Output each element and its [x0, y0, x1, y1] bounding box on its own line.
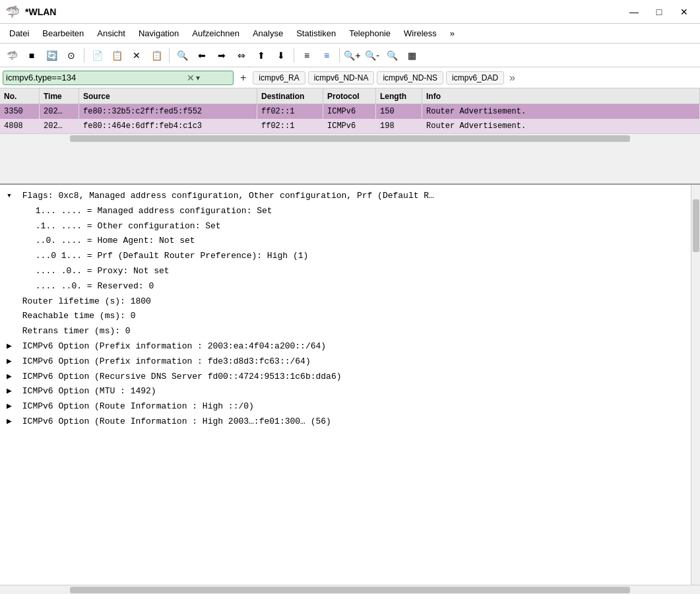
toolbar-options-button[interactable]: ⊙ — [62, 46, 80, 65]
filter-input-wrap[interactable]: ✕ ▾ — [3, 71, 234, 85]
toolbar-columns-button[interactable]: ▦ — [402, 46, 421, 65]
detail-route2-row[interactable]: ▶ ICMPv6 Option (Route Information : Hig… — [7, 414, 684, 429]
toolbar-find-button[interactable]: 🔍 — [173, 46, 191, 65]
col-header-source: Source — [79, 88, 257, 104]
menu-analyse[interactable]: Analyse — [246, 26, 290, 41]
toolbar-save-button[interactable]: 📋 — [108, 46, 126, 65]
detail-section: ▾ Flags: 0xc8, Managed address configura… — [0, 183, 700, 594]
filter-dropdown-icon[interactable]: ▾ — [196, 73, 200, 82]
no-expand-icon — [20, 220, 30, 234]
app-logo: 🦈 — [5, 5, 20, 19]
packet-no: 4808 — [0, 119, 40, 133]
detail-pane[interactable]: ▾ Flags: 0xc8, Managed address configura… — [0, 185, 691, 585]
detail-inner: ▾ Flags: 0xc8, Managed address configura… — [0, 185, 700, 585]
toolbar-separator-2 — [169, 48, 170, 63]
detail-prf-text: ...0 1... = Prf (Default Router Preferen… — [36, 251, 308, 261]
toolbar-zoomout-button[interactable]: 🔍- — [363, 46, 381, 65]
packet-proto: ICMPv6 — [323, 104, 376, 119]
toolbar-back-button[interactable]: ⬅ — [193, 46, 211, 65]
toolbar-copy-button[interactable]: 📋 — [147, 46, 166, 65]
toolbar-zoomreset-button[interactable]: 🔍 — [383, 46, 401, 65]
filter-input[interactable] — [6, 73, 184, 82]
detail-route2-text: ICMPv6 Option (Route Information : High … — [22, 416, 331, 426]
detail-hscrollbar[interactable] — [0, 585, 700, 594]
no-expand-icon — [7, 325, 17, 339]
toolbar-close-button[interactable]: ✕ — [127, 46, 146, 65]
toolbar-shark-button[interactable]: 🦈 — [3, 46, 21, 65]
toolbar-goto-button[interactable]: ⇔ — [232, 46, 251, 65]
menu-more[interactable]: » — [443, 26, 461, 41]
detail-routerlifetime-row: Router lifetime (s): 1800 — [7, 294, 684, 310]
detail-mtu-text: ICMPv6 Option (MTU : 1492) — [22, 386, 156, 396]
toolbar-autoscroll-button[interactable]: ≡ — [317, 46, 336, 65]
toolbar-first-button[interactable]: ⬆ — [252, 46, 270, 65]
main-area: No. Time Source Destination Protocol Len… — [0, 88, 700, 594]
packet-row-4808[interactable]: 4808 202… fe80::464e:6dff:feb4:c1c3 ff02… — [0, 119, 700, 133]
expand-arrow-icon: ▶ — [7, 400, 17, 414]
no-expand-icon — [20, 249, 30, 263]
no-expand-icon — [20, 234, 30, 248]
menu-bearbeiten[interactable]: Bearbeiten — [36, 26, 90, 41]
packet-row-3350[interactable]: 3350 202… fe80::32b5:c2ff:fed5:f552 ff02… — [0, 104, 700, 119]
detail-hscroll-thumb[interactable] — [70, 587, 630, 593]
filter-tag-dad[interactable]: icmpv6_DAD — [446, 71, 504, 84]
detail-vscrollbar[interactable] — [691, 185, 700, 585]
detail-flags-row[interactable]: ▾ Flags: 0xc8, Managed address configura… — [7, 189, 684, 204]
menu-navigation[interactable]: Navigation — [132, 26, 185, 41]
menu-datei[interactable]: Datei — [3, 26, 36, 41]
menu-ansicht[interactable]: Ansicht — [90, 26, 132, 41]
col-header-time: Time — [40, 88, 79, 104]
toolbar-open-button[interactable]: 📄 — [88, 46, 106, 65]
toolbar-restart-button[interactable]: 🔄 — [42, 46, 61, 65]
detail-reserved-row: .... ..0. = Reserved: 0 — [7, 279, 684, 294]
toolbar: 🦈 ■ 🔄 ⊙ 📄 📋 ✕ 📋 🔍 ⬅ ➡ ⇔ ⬆ ⬇ ≡ ≡ 🔍+ 🔍- 🔍 … — [0, 44, 700, 67]
no-expand-icon — [20, 205, 30, 218]
detail-prefix1-row[interactable]: ▶ ICMPv6 Option (Prefix information : 20… — [7, 339, 684, 354]
detail-managed-row: 1... .... = Managed address configuratio… — [7, 204, 684, 219]
packet-len: 198 — [376, 119, 422, 133]
toolbar-separator-4 — [339, 48, 340, 63]
detail-prefix2-row[interactable]: ▶ ICMPv6 Option (Prefix information : fd… — [7, 354, 684, 370]
packet-hscroll-thumb[interactable] — [70, 135, 630, 142]
detail-proxy-text: .... .0.. = Proxy: Not set — [36, 266, 170, 276]
toolbar-zoomin-button[interactable]: 🔍+ — [343, 46, 362, 65]
toolbar-last-button[interactable]: ⬇ — [272, 46, 290, 65]
detail-reachabletime-text: Reachable time (ms): 0 — [22, 311, 136, 321]
detail-dns-row[interactable]: ▶ ICMPv6 Option (Recursive DNS Server fd… — [7, 370, 684, 385]
detail-prf-row: ...0 1... = Prf (Default Router Preferen… — [7, 249, 684, 264]
menu-aufzeichnen[interactable]: Aufzeichnen — [185, 26, 246, 41]
detail-routerlifetime-text: Router lifetime (s): 1800 — [22, 296, 151, 306]
detail-retrans-text: Retrans timer (ms): 0 — [22, 326, 131, 336]
filter-tag-ndns[interactable]: icmpv6_ND-NS — [377, 71, 443, 84]
detail-vscroll-thumb[interactable] — [693, 199, 699, 252]
toolbar-forward-button[interactable]: ➡ — [212, 46, 231, 65]
packet-list-section: No. Time Source Destination Protocol Len… — [0, 88, 700, 183]
filter-tag-ndna[interactable]: icmpv6_ND-NA — [308, 71, 375, 84]
menu-wireless[interactable]: Wireless — [397, 26, 443, 41]
filter-plus-button[interactable]: + — [236, 72, 250, 84]
detail-dns-text: ICMPv6 Option (Recursive DNS Server fd00… — [22, 372, 342, 381]
filter-clear-icon[interactable]: ✕ — [187, 73, 195, 83]
detail-route1-row[interactable]: ▶ ICMPv6 Option (Route Information : Hig… — [7, 399, 684, 414]
no-expand-icon — [7, 295, 17, 309]
detail-prefix2-text: ICMPv6 Option (Prefix information : fde3… — [22, 356, 311, 366]
packet-info: Router Advertisement. — [422, 119, 700, 133]
no-expand-icon — [20, 265, 30, 279]
maximize-button[interactable]: □ — [649, 4, 670, 20]
toolbar-separator-3 — [294, 48, 294, 63]
detail-mtu-row[interactable]: ▶ ICMPv6 Option (MTU : 1492) — [7, 384, 684, 399]
filter-more-button[interactable]: » — [507, 72, 518, 84]
packet-dest: ff02::1 — [257, 119, 323, 133]
menu-telephonie[interactable]: Telephonie — [342, 26, 397, 41]
detail-homeagent-row: ..0. .... = Home Agent: Not set — [7, 234, 684, 249]
packet-hscrollbar[interactable] — [0, 133, 700, 143]
filter-tag-ra[interactable]: icmpv6_RA — [253, 71, 305, 84]
expand-arrow-icon: ▶ — [7, 355, 17, 369]
toolbar-stop-button[interactable]: ■ — [22, 46, 41, 65]
close-button[interactable]: ✕ — [674, 4, 695, 20]
expand-arrow-icon: ▶ — [7, 370, 17, 384]
minimize-button[interactable]: — — [623, 4, 645, 20]
toolbar-colorize-button[interactable]: ≡ — [298, 46, 316, 65]
menu-statistiken[interactable]: Statistiken — [290, 26, 342, 41]
window-controls: — □ ✕ — [623, 4, 695, 20]
